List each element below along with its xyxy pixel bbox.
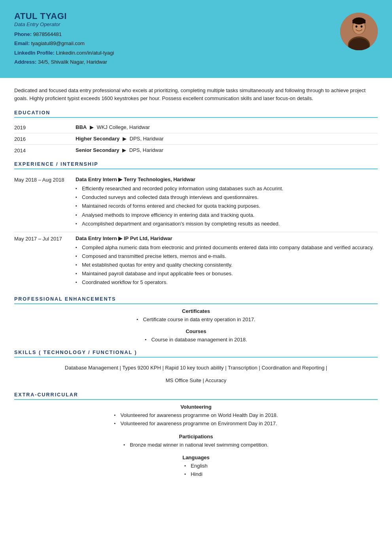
edu-degree-0: BBA (76, 124, 87, 130)
skills-line2: MS Office Suite | Accuracy (14, 374, 378, 386)
enhance-block-0: Certificates Certificate course in data … (14, 308, 378, 324)
exp-bullet-1-4: Coordinated workflow for 5 operators. (76, 278, 378, 286)
candidate-title: Data Entry Operator (14, 21, 114, 27)
address-value: 34/5, Shivalik Nagar, Haridwar (38, 59, 107, 65)
exp-bullet-0-2: Maintained records of forms entered and … (76, 202, 378, 210)
edu-detail-1: Higher Secondary ▶ DPS, Haridwar (76, 136, 378, 142)
exp-bullets-1: Compiled alpha numeric data from electro… (76, 244, 378, 287)
exp-arrow-1: ▶ (118, 235, 124, 241)
extra-bullet-0-1: Volunteered for awareness programme on E… (114, 420, 278, 428)
exp-row-1: May 2017 – Jul 2017 Data Entry Intern ▶ … (14, 232, 378, 291)
experience-section: EXPERIENCE / INTERNSHIP May 2018 – Aug 2… (14, 161, 378, 290)
exp-bullet-0-1: Conducted surveys and collected data thr… (76, 193, 378, 201)
exp-bullets-0: Efficiently researched and recorded poli… (76, 185, 378, 228)
enhance-subtitle-1: Courses (14, 328, 378, 334)
enhance-bullets-1: Course in database management in 2018. (145, 336, 247, 344)
exp-title-1: Data Entry Intern ▶ IP Pvt Ltd, Haridwar (76, 235, 378, 241)
edu-year-0: 2019 (14, 124, 76, 131)
exp-date-1: May 2017 – Jul 2017 (14, 235, 76, 242)
edu-year-1: 2016 (14, 136, 76, 142)
skills-title: SKILLS ( TECHNOLOGY / FUNCTIONAL ) (14, 350, 378, 358)
edu-arrow-1: ▶ (123, 136, 128, 142)
candidate-name: ATUL TYAGI (14, 11, 114, 21)
edu-detail-2: Senior Secondary ▶ DPS, Haridwar (76, 147, 378, 153)
skills-section: SKILLS ( TECHNOLOGY / FUNCTIONAL ) Datab… (14, 350, 378, 386)
exp-arrow-0: ▶ (118, 176, 124, 182)
exp-bullet-0-0: Efficiently researched and recorded poli… (76, 185, 378, 193)
header-contact: Phone: 9878564481 Email: tyagiatul89@gma… (14, 30, 114, 67)
exp-detail-0: Data Entry Intern ▶ Terry Technologies, … (76, 176, 378, 229)
summary-text: Dedicated and focused data entry profess… (14, 87, 378, 103)
enhance-subtitle-0: Certificates (14, 308, 378, 314)
experience-title: EXPERIENCE / INTERNSHIP (14, 161, 378, 169)
edu-school-0: WKJ College, Haridwar (97, 124, 150, 130)
professional-section: PROFESSIONAL ENHANCEMENTS Certificates C… (14, 296, 378, 345)
candidate-photo (340, 13, 378, 50)
extra-block-0: Volunteering Volunteered for awareness p… (14, 404, 378, 428)
extra-block-2: Languages English Hindi (14, 455, 378, 479)
phone-value: 9878564481 (33, 31, 62, 37)
extra-section: EXTRA-CURRICULAR Volunteering Volunteere… (14, 392, 378, 479)
exp-title-0: Data Entry Intern ▶ Terry Technologies, … (76, 176, 378, 182)
extra-block-1: Participations Bronze medal winner in na… (14, 434, 378, 449)
enhance-bullet-1-0: Course in database management in 2018. (145, 336, 247, 344)
education-title: EDUCATION (14, 110, 378, 118)
email-label: Email: (14, 40, 30, 46)
extra-bullets-1: Bronze medal winner in national level sw… (123, 441, 268, 449)
header-info-block: ATUL TYAGI Data Entry Operator Phone: 98… (14, 11, 114, 67)
exp-bullet-0-4: Accomplished department and organisation… (76, 220, 378, 228)
enhance-block-1: Courses Course in database management in… (14, 328, 378, 344)
education-rows: 2019 BBA ▶ WKJ College, Haridwar 2016 Hi… (14, 122, 378, 156)
svg-point-6 (361, 25, 363, 28)
exp-row-0: May 2018 – Aug 2018 Data Entry Intern ▶ … (14, 173, 378, 232)
exp-detail-1: Data Entry Intern ▶ IP Pvt Ltd, Haridwar… (76, 235, 378, 288)
extra-bullet-0-0: Volunteered for awareness programme on W… (114, 411, 278, 420)
extra-bullet-2-1: Hindi (184, 470, 208, 479)
extra-subtitle-2: Languages (14, 455, 378, 460)
exp-bullet-0-3: Analysed methods to improve efficiency i… (76, 211, 378, 219)
edu-school-2: DPS, Haridwar (129, 147, 163, 153)
education-section: EDUCATION 2019 BBA ▶ WKJ College, Haridw… (14, 110, 378, 156)
exp-bullet-1-0: Compiled alpha numeric data from electro… (76, 244, 378, 252)
phone-line: Phone: 9878564481 (14, 30, 114, 39)
extra-bullet-1-0: Bronze medal winner in national level sw… (123, 441, 268, 449)
edu-school-1: DPS, Haridwar (130, 136, 164, 142)
enhance-bullets-0: Certificate course in data entry operati… (136, 316, 255, 324)
edu-degree-1: Higher Secondary (76, 136, 119, 142)
linkedin-line: LinkedIn Profile: Linkedin.com/in/atul-t… (14, 48, 114, 57)
linkedin-value: Linkedin.com/in/atul-tyagi (56, 50, 114, 56)
professional-title: PROFESSIONAL ENHANCEMENTS (14, 296, 378, 304)
edu-detail-0: BBA ▶ WKJ College, Haridwar (76, 124, 378, 130)
resume-main: Dedicated and focused data entry profess… (0, 78, 392, 496)
extra-bullet-2-0: English (184, 462, 208, 470)
phone-label: Phone: (14, 31, 32, 37)
resume-header: ATUL TYAGI Data Entry Operator Phone: 98… (0, 0, 392, 78)
extra-subtitle-1: Participations (14, 434, 378, 439)
skills-line1: Database Management | Types 9200 KPH | R… (14, 362, 378, 374)
email-value: tyagiatul89@gmail.com (31, 40, 85, 46)
extra-subtitle-0: Volunteering (14, 404, 378, 410)
edu-arrow-0: ▶ (90, 124, 95, 130)
edu-row-0: 2019 BBA ▶ WKJ College, Haridwar (14, 122, 378, 133)
address-label: Address: (14, 59, 36, 65)
edu-degree-2: Senior Secondary (76, 147, 119, 153)
extra-title: EXTRA-CURRICULAR (14, 392, 378, 400)
svg-rect-8 (352, 20, 365, 23)
photo-svg (340, 13, 378, 50)
edu-row-2: 2014 Senior Secondary ▶ DPS, Haridwar (14, 145, 378, 156)
exp-bullet-1-3: Maintained payroll database and input ap… (76, 270, 378, 278)
edu-row-1: 2016 Higher Secondary ▶ DPS, Haridwar (14, 133, 378, 145)
exp-bullet-1-1: Composed and transmitted precise letters… (76, 252, 378, 260)
extra-bullets-2: English Hindi (184, 462, 208, 479)
edu-year-2: 2014 (14, 147, 76, 153)
exp-bullet-1-2: Met established quotas for entry and qua… (76, 261, 378, 269)
extra-bullets-0: Volunteered for awareness programme on W… (114, 411, 278, 428)
edu-arrow-2: ▶ (122, 147, 128, 153)
email-line: Email: tyagiatul89@gmail.com (14, 39, 114, 48)
enhance-bullet-0-0: Certificate course in data entry operati… (136, 316, 255, 324)
linkedin-label: LinkedIn Profile: (14, 50, 55, 56)
svg-point-5 (356, 25, 358, 28)
exp-date-0: May 2018 – Aug 2018 (14, 176, 76, 183)
address-line: Address: 34/5, Shivalik Nagar, Haridwar (14, 57, 114, 66)
